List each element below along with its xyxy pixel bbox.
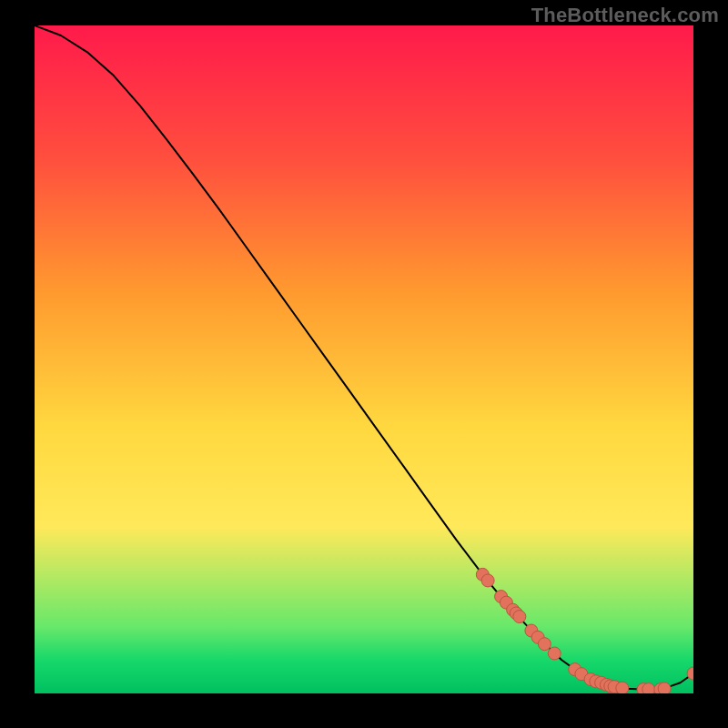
data-point	[538, 638, 551, 651]
chart-svg	[35, 25, 693, 693]
plot-area	[35, 25, 693, 693]
data-point	[481, 574, 494, 587]
data-point	[642, 683, 655, 693]
data-point	[513, 611, 526, 623]
data-point	[548, 647, 561, 660]
chart-container: TheBottleneck.com	[0, 0, 728, 728]
data-point	[658, 682, 671, 693]
data-point	[616, 682, 629, 693]
gradient-background	[35, 25, 693, 693]
watermark-text: TheBottleneck.com	[531, 4, 719, 27]
